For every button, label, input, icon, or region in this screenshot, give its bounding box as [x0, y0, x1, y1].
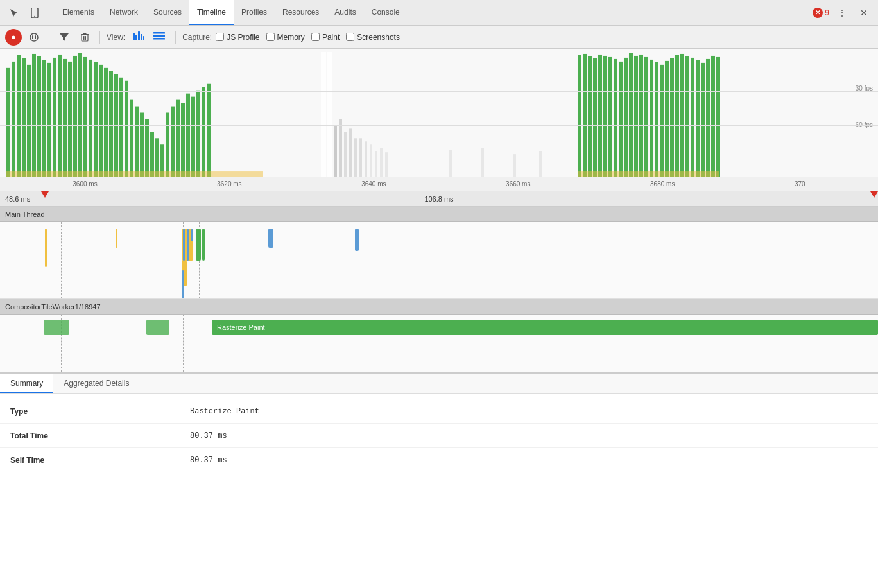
- tab-resources[interactable]: Resources: [275, 0, 327, 25]
- main-thread-header: Main Thread: [0, 207, 878, 222]
- svg-rect-3: [32, 35, 33, 39]
- tab-summary[interactable]: Summary: [0, 374, 53, 393]
- top-nav: Elements Network Sources Timeline Profil…: [0, 0, 878, 26]
- capture-group: JS Profile Memory Paint Screenshots: [216, 33, 400, 42]
- close-button[interactable]: ✕: [855, 4, 873, 22]
- paint-option[interactable]: Paint: [311, 33, 340, 42]
- comp-block-2: [146, 320, 169, 335]
- svg-rect-15: [143, 36, 144, 40]
- svg-rect-103: [539, 151, 542, 177]
- time-ruler: 3600 ms 3620 ms 3640 ms 3660 ms 3680 ms …: [0, 177, 878, 191]
- screenshots-checkbox[interactable]: [346, 33, 354, 41]
- svg-rect-60: [207, 84, 211, 177]
- svg-rect-32: [73, 56, 77, 177]
- svg-rect-46: [145, 119, 149, 177]
- tab-audits[interactable]: Audits: [327, 0, 363, 25]
- delete-button[interactable]: [76, 29, 93, 46]
- dashed-line-1: [42, 222, 42, 298]
- total-time-value: 80.37 ms: [190, 431, 227, 440]
- svg-rect-31: [68, 62, 72, 177]
- capture-label: Capture:: [182, 33, 212, 42]
- svg-rect-47: [150, 132, 154, 177]
- svg-rect-71: [603, 56, 607, 177]
- svg-rect-86: [680, 54, 684, 177]
- task-paint-2: [202, 229, 205, 261]
- svg-rect-92: [711, 56, 715, 177]
- svg-rect-18: [153, 38, 165, 40]
- error-count: 9: [825, 8, 829, 17]
- svg-rect-12: [135, 35, 137, 40]
- svg-rect-33: [78, 53, 82, 177]
- svg-rect-89: [696, 60, 700, 177]
- svg-rect-97: [375, 151, 377, 177]
- tab-aggregated-details[interactable]: Aggregated Details: [53, 374, 139, 393]
- svg-rect-37: [99, 65, 103, 177]
- svg-point-2: [30, 33, 38, 41]
- svg-rect-59: [202, 87, 205, 177]
- svg-rect-68: [588, 56, 592, 177]
- more-menu-button[interactable]: ⋮: [833, 4, 851, 22]
- mobile-icon[interactable]: [26, 4, 44, 22]
- rasterize-paint-bar: Rasterize Paint: [212, 320, 878, 335]
- svg-rect-82: [660, 65, 664, 177]
- js-profile-checkbox[interactable]: [216, 33, 224, 41]
- memory-checkbox[interactable]: [266, 33, 275, 41]
- svg-rect-35: [89, 60, 92, 177]
- svg-rect-81: [655, 62, 658, 177]
- view-list-button[interactable]: [150, 30, 169, 44]
- svg-rect-72: [608, 57, 612, 177]
- svg-rect-44: [135, 107, 139, 177]
- main-thread-label: Main Thread: [5, 211, 45, 218]
- time-label-2: 3640 ms: [361, 180, 386, 187]
- svg-rect-76: [629, 53, 633, 177]
- svg-rect-64: [349, 128, 352, 177]
- compositor-header: CompositorTileWorker1/18947: [0, 299, 878, 315]
- svg-rect-27: [47, 63, 51, 177]
- tab-console[interactable]: Console: [364, 0, 408, 25]
- task-render-1: [183, 229, 185, 261]
- svg-rect-65: [354, 138, 357, 177]
- svg-rect-36: [94, 62, 98, 177]
- stop-button[interactable]: [26, 29, 42, 46]
- svg-rect-28: [53, 58, 56, 177]
- rasterize-paint-label: Rasterize Paint: [217, 324, 265, 331]
- type-value: Rasterize Paint: [190, 407, 259, 416]
- fps-overview[interactable]: 30 fps 60 fps: [0, 49, 878, 177]
- compositor-track[interactable]: Rasterize Paint: [0, 315, 878, 372]
- svg-rect-85: [675, 55, 679, 177]
- error-badge[interactable]: ✕ 9: [813, 8, 829, 18]
- tab-timeline[interactable]: Timeline: [189, 0, 234, 25]
- detail-row-type: Type Rasterize Paint: [0, 399, 878, 424]
- main-thread-track[interactable]: [0, 222, 878, 299]
- time-label-3: 3660 ms: [506, 180, 530, 187]
- svg-rect-52: [176, 100, 180, 177]
- svg-rect-77: [634, 56, 638, 177]
- filter-button[interactable]: [56, 29, 73, 46]
- time-label-0: 3600 ms: [73, 180, 97, 187]
- js-profile-option[interactable]: JS Profile: [216, 33, 259, 42]
- tab-profiles[interactable]: Profiles: [234, 0, 275, 25]
- cursor-icon[interactable]: [5, 4, 23, 22]
- svg-rect-78: [639, 55, 643, 177]
- svg-rect-20: [12, 62, 15, 177]
- bottom-tabs: Summary Aggregated Details: [0, 374, 878, 394]
- memory-option[interactable]: Memory: [266, 33, 305, 42]
- svg-rect-80: [650, 60, 653, 177]
- task-render-4: [268, 229, 273, 248]
- selection-time-mid: 106.8 ms: [424, 195, 453, 203]
- svg-rect-83: [665, 61, 669, 177]
- tab-network[interactable]: Network: [102, 0, 146, 25]
- svg-rect-99: [385, 152, 388, 177]
- total-time-label: Total Time: [10, 431, 190, 440]
- main-content: 30 fps 60 fps: [0, 49, 878, 588]
- svg-rect-62: [339, 119, 342, 177]
- svg-rect-53: [181, 103, 185, 177]
- screenshots-option[interactable]: Screenshots: [346, 33, 400, 42]
- svg-rect-100: [449, 150, 452, 177]
- record-button[interactable]: ●: [5, 29, 22, 46]
- js-profile-label: JS Profile: [227, 33, 259, 42]
- paint-checkbox[interactable]: [311, 33, 320, 41]
- view-bar-button[interactable]: [129, 30, 148, 44]
- tab-elements[interactable]: Elements: [55, 0, 102, 25]
- tab-sources[interactable]: Sources: [146, 0, 189, 25]
